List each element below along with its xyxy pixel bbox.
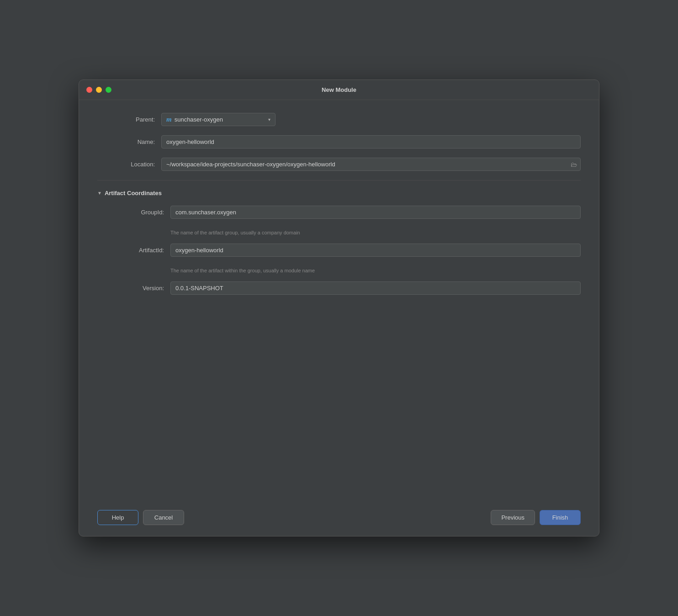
parent-label: Parent: [97,116,161,123]
previous-button[interactable]: Previous [491,510,535,525]
artifactid-input[interactable] [170,244,581,257]
window-controls [86,87,111,93]
version-label: Version: [106,285,170,292]
version-row: Version: [106,281,581,295]
titlebar: New Module [79,80,599,100]
parent-value: sunchaser-oxygen [175,116,265,123]
groupid-hint: The name of the artifact group, usually … [106,228,581,235]
location-wrapper: 🗁 [161,158,581,171]
maximize-button[interactable] [106,87,111,93]
maven-icon: m [166,116,172,123]
version-input[interactable] [170,281,581,295]
chevron-down-icon: ▾ [268,117,270,122]
artifact-coordinates-content: GroupId: The name of the artifact group,… [97,206,581,295]
artifactid-label: ArtifactId: [106,247,170,254]
name-label: Name: [97,138,161,145]
dialog-title: New Module [322,86,356,93]
groupid-label: GroupId: [106,209,170,216]
parent-row: Parent: m sunchaser-oxygen ▾ [97,113,581,126]
close-button[interactable] [86,87,92,93]
name-input[interactable] [161,135,581,149]
dialog-footer: Help Cancel Previous Finish [79,502,599,536]
cancel-button[interactable]: Cancel [143,510,184,525]
artifactid-hint: The name of the artifact within the grou… [106,266,581,273]
divider [97,180,581,181]
groupid-row: GroupId: [106,206,581,219]
location-input[interactable] [161,158,581,171]
minimize-button[interactable] [96,87,102,93]
finish-button[interactable]: Finish [540,510,581,525]
dialog-content: Parent: m sunchaser-oxygen ▾ Name: Locat… [79,100,599,502]
new-module-dialog: New Module Parent: m sunchaser-oxygen ▾ … [79,80,599,536]
groupid-input[interactable] [170,206,581,219]
footer-right-buttons: Previous Finish [491,510,581,525]
artifactid-row: ArtifactId: [106,244,581,257]
artifact-coordinates-header: ▼ Artifact Coordinates [97,190,581,196]
location-label: Location: [97,161,161,168]
help-button[interactable]: Help [97,510,138,525]
footer-left-buttons: Help Cancel [97,510,184,525]
section-toggle-icon[interactable]: ▼ [97,191,102,196]
name-row: Name: [97,135,581,149]
section-title: Artifact Coordinates [105,190,162,196]
parent-dropdown[interactable]: m sunchaser-oxygen ▾ [161,113,275,126]
location-row: Location: 🗁 [97,158,581,171]
